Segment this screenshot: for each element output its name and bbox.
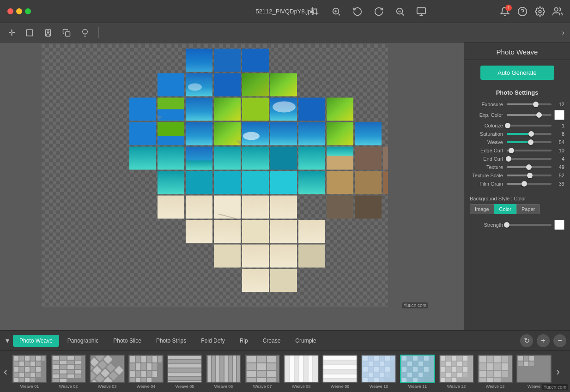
zoom-fit-icon[interactable]: [395, 6, 405, 17]
strength-row: Strength: [464, 218, 570, 232]
maximize-button[interactable]: [25, 8, 31, 14]
remove-button[interactable]: −: [553, 334, 566, 347]
thumb-weave-09[interactable]: Weave 09: [321, 355, 358, 389]
bg-paper-button[interactable]: Paper: [516, 204, 540, 214]
thumb-img-10[interactable]: [361, 355, 396, 383]
add-button[interactable]: +: [537, 334, 550, 347]
expand-arrow[interactable]: ›: [562, 29, 564, 37]
thumb-weave-05[interactable]: Weave 05: [166, 355, 203, 389]
svg-rect-128: [67, 365, 74, 369]
tab-rip[interactable]: Rip: [233, 335, 255, 347]
rotate-left-icon[interactable]: [352, 6, 363, 17]
svg-point-35: [273, 102, 296, 113]
thumb-weave-06[interactable]: Weave 06: [205, 355, 242, 389]
thumb-weave-10[interactable]: Weave 10: [360, 355, 397, 389]
copy-tool-btn[interactable]: [60, 27, 73, 39]
share-icon[interactable]: [552, 6, 563, 17]
svg-rect-40: [158, 136, 184, 145]
end-curl-slider[interactable]: [507, 158, 552, 160]
thumb-img-3[interactable]: [90, 355, 125, 383]
film-grain-slider[interactable]: [507, 183, 552, 185]
strength-swatch[interactable]: [554, 220, 564, 230]
thumb-img-7[interactable]: [245, 355, 280, 383]
bg-color-button[interactable]: Color: [494, 204, 516, 214]
thumb-left-nav[interactable]: ‹: [2, 365, 9, 378]
tab-photo-strips[interactable]: Photo Strips: [150, 335, 193, 347]
thumb-weave-01[interactable]: Weave 01: [11, 355, 48, 389]
svg-rect-181: [168, 360, 201, 363]
zoom-in-icon[interactable]: [331, 6, 341, 17]
thumb-weave-02[interactable]: Weave 02: [50, 355, 87, 389]
thumb-weave-14[interactable]: Weave: [515, 355, 552, 389]
close-button[interactable]: [7, 8, 13, 14]
tab-panographic[interactable]: Panographic: [61, 335, 105, 347]
texture-slider[interactable]: [507, 166, 552, 168]
canvas-area[interactable]: Yuucn.com: [0, 42, 464, 330]
strength-slider[interactable]: [507, 224, 552, 226]
thumb-img-13[interactable]: [478, 355, 513, 383]
svg-rect-251: [402, 356, 406, 361]
select-tool-btn[interactable]: [23, 27, 36, 39]
svg-rect-286: [463, 362, 467, 366]
thumb-weave-12[interactable]: Weave 12: [438, 355, 475, 389]
tab-crease[interactable]: Crease: [256, 335, 287, 347]
crop-tool-icon[interactable]: [310, 6, 320, 17]
thumb-weave-13[interactable]: Weave 13: [477, 355, 514, 389]
svg-rect-21: [158, 73, 184, 96]
tab-photo-slice[interactable]: Photo Slice: [107, 335, 148, 347]
thumb-img-11[interactable]: [400, 355, 435, 383]
svg-rect-282: [441, 362, 445, 366]
bg-image-button[interactable]: Image: [470, 204, 494, 214]
colorize-slider[interactable]: [507, 125, 552, 127]
tab-crumple[interactable]: Crumple: [289, 335, 322, 347]
svg-rect-241: [363, 373, 368, 377]
settings-icon[interactable]: [535, 6, 545, 17]
svg-rect-87: [242, 269, 269, 292]
thumb-weave-03[interactable]: Weave 03: [89, 355, 126, 389]
help-icon[interactable]: [517, 6, 528, 17]
move-tool-btn[interactable]: ✛: [6, 26, 18, 40]
thumb-weave-11[interactable]: Weave 11: [399, 355, 436, 389]
edge-curl-slider[interactable]: [507, 150, 552, 151]
thumb-img-9[interactable]: [322, 355, 358, 383]
rotate-right-icon[interactable]: [374, 6, 384, 17]
tab-fold-defy[interactable]: Fold Defy: [194, 335, 231, 347]
saturation-slider[interactable]: [507, 133, 552, 135]
display-icon[interactable]: [416, 6, 426, 17]
tab-left-arrow[interactable]: ▾: [4, 334, 11, 347]
refresh-button[interactable]: ↻: [520, 334, 533, 347]
thumb-img-12[interactable]: [439, 355, 474, 383]
thumb-weave-07[interactable]: Weave 07: [244, 355, 281, 389]
svg-rect-203: [247, 371, 256, 377]
thumb-img-4[interactable]: [128, 355, 164, 383]
bulb-tool-btn[interactable]: [78, 27, 92, 39]
thumb-right-nav[interactable]: ›: [554, 365, 562, 378]
thumb-img-14[interactable]: [516, 355, 552, 383]
svg-rect-311: [494, 371, 501, 377]
tab-photo-weave[interactable]: Photo Weave: [13, 335, 59, 347]
thumb-weave-08[interactable]: Weave 08: [283, 355, 320, 389]
thumb-img-6[interactable]: [206, 355, 241, 383]
weave-slider[interactable]: [507, 141, 552, 143]
svg-rect-236: [363, 367, 368, 372]
thumb-img-8[interactable]: [284, 355, 319, 383]
texture-scale-slider[interactable]: [507, 175, 552, 176]
svg-rect-207: [257, 378, 266, 382]
exp-color-swatch[interactable]: [554, 110, 564, 120]
saturation-value: 8: [552, 131, 564, 137]
weave-value: 54: [552, 139, 564, 145]
thumb-img-2[interactable]: [51, 355, 86, 383]
portrait-tool-btn[interactable]: [41, 27, 55, 39]
auto-generate-button[interactable]: Auto Generate: [480, 66, 554, 80]
notification-icon[interactable]: 1: [500, 6, 510, 17]
exposure-slider[interactable]: [507, 103, 552, 105]
minimize-button[interactable]: [16, 8, 22, 14]
thumb-weave-04[interactable]: Weave 04: [127, 355, 164, 389]
thumb-img-5[interactable]: [167, 355, 202, 383]
svg-rect-277: [441, 356, 445, 361]
svg-rect-238: [374, 367, 379, 372]
exp-color-slider[interactable]: [507, 114, 552, 116]
thumb-img-1[interactable]: [12, 355, 47, 383]
svg-rect-27: [270, 73, 297, 96]
svg-point-6: [555, 7, 558, 11]
